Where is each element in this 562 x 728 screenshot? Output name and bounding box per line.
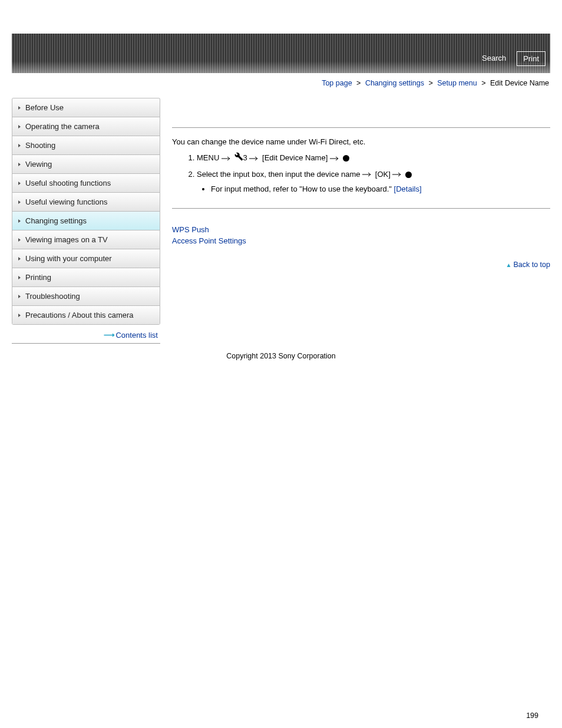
step2-sub-text: For input method, refer to "How to use t… [211,185,392,193]
print-button[interactable]: Print [517,51,546,66]
step1-wrench-num: 3 [243,153,247,162]
step1-target: [Edit Device Name] [262,153,328,162]
arrow-right-icon [249,156,260,161]
sidebar-item-shooting[interactable]: Shooting [12,136,160,155]
page-number: 199 [0,364,562,728]
arrow-right-icon [362,172,373,177]
details-link[interactable]: [Details] [394,185,422,193]
search-button[interactable]: Search [476,51,512,66]
sidebar-item-useful-viewing[interactable]: Useful viewing functions [12,193,160,212]
step-1: MENU 3 [Edit Device Name] [197,152,550,165]
arrow-right-icon: ⟶ [104,331,114,340]
arrow-right-icon [222,156,232,161]
breadcrumb-top-page[interactable]: Top page [322,79,352,87]
sidebar-item-using-computer[interactable]: Using with your computer [12,249,160,268]
breadcrumb-current: Edit Device Name [490,79,549,87]
main-content: You can change the device name under Wi-… [160,98,550,269]
step2-ok: [OK] [375,170,391,179]
step1-menu-label: MENU [197,153,219,162]
back-to-top-link[interactable]: Back to top [513,261,550,269]
sidebar-item-troubleshooting[interactable]: Troubleshooting [12,287,160,306]
divider [172,127,550,128]
arrow-right-icon [330,156,340,161]
breadcrumb: Top page > Changing settings > Setup men… [0,73,562,98]
header-banner: Search Print [12,34,550,73]
sidebar-item-viewing-tv[interactable]: Viewing images on a TV [12,230,160,249]
center-button-icon [343,155,349,162]
sidebar-item-printing[interactable]: Printing [12,268,160,287]
arrow-right-icon [392,172,403,177]
breadcrumb-sep: > [426,79,435,87]
wrench-icon [234,152,243,165]
divider [172,208,550,209]
link-access-point-settings[interactable]: Access Point Settings [172,236,550,245]
sidebar-item-precautions[interactable]: Precautions / About this camera [12,306,160,325]
sidebar-nav: Before Use Operating the camera Shooting… [12,98,160,325]
step2-text: Select the input box, then input the dev… [197,170,361,179]
breadcrumb-setup-menu[interactable]: Setup menu [437,79,477,87]
sidebar-item-viewing[interactable]: Viewing [12,155,160,174]
footer-copyright: Copyright 2013 Sony Corporation [0,352,562,364]
step2-sub: For input method, refer to "How to use t… [211,183,550,196]
breadcrumb-sep: > [354,79,363,87]
sidebar: Before Use Operating the camera Shooting… [12,98,160,344]
arrow-up-icon: ▲ [506,262,512,268]
sidebar-item-operating-camera[interactable]: Operating the camera [12,117,160,136]
steps-list: MENU 3 [Edit Device Name] Select the inp… [197,152,550,195]
center-button-icon [405,172,412,178]
link-wps-push[interactable]: WPS Push [172,225,550,234]
related-topics: WPS Push Access Point Settings [172,225,550,245]
sidebar-item-before-use[interactable]: Before Use [12,98,160,117]
intro-text: You can change the device name under Wi-… [172,137,550,146]
sidebar-item-changing-settings[interactable]: Changing settings [12,212,160,230]
breadcrumb-sep: > [479,79,488,87]
breadcrumb-changing-settings[interactable]: Changing settings [365,79,424,87]
sidebar-item-useful-shooting[interactable]: Useful shooting functions [12,174,160,193]
step-2: Select the input box, then input the dev… [197,169,550,196]
contents-list-link[interactable]: Contents list [115,331,158,340]
